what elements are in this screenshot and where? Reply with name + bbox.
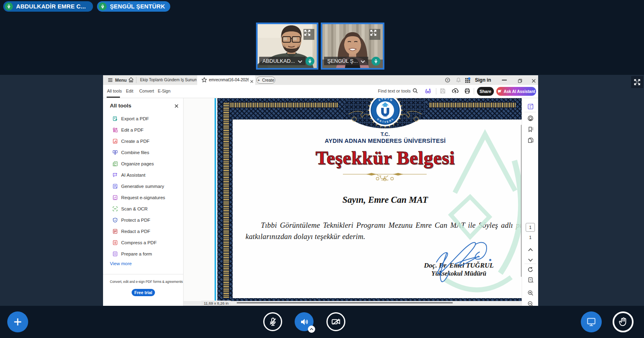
- svg-text:?: ?: [447, 79, 448, 82]
- svg-text:V: V: [384, 121, 386, 123]
- svg-text:D: D: [384, 98, 386, 100]
- svg-text:5: 5: [530, 278, 531, 281]
- svg-text:1992: 1992: [383, 115, 388, 117]
